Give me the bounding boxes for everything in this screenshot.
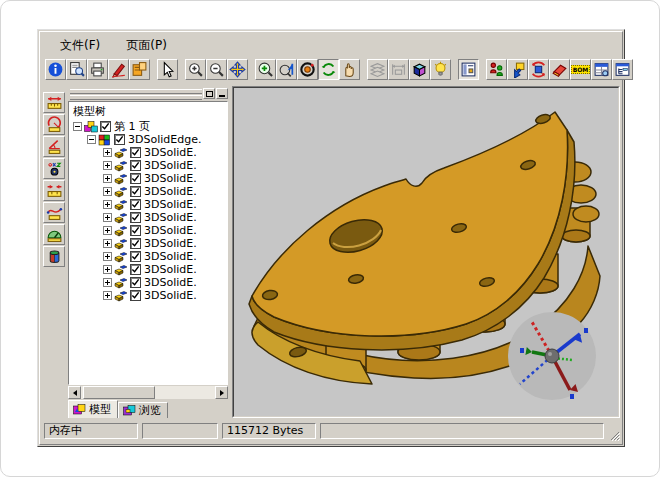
part-checkbox[interactable] (130, 277, 141, 288)
part-node-label[interactable]: 3DSolidE. (144, 237, 197, 250)
collapse-icon[interactable] (87, 135, 96, 144)
part-checkbox[interactable] (130, 212, 141, 223)
panel-hide-button[interactable] (216, 88, 228, 99)
measure-distance-button[interactable] (43, 92, 65, 113)
menu-file[interactable]: 文件(F) (54, 36, 106, 55)
pan-hand-button[interactable] (339, 59, 360, 80)
part-checkbox[interactable] (130, 147, 141, 158)
tree-row-part[interactable]: 3DSolidE. (69, 172, 227, 185)
tree-row-part[interactable]: 3DSolidE. (69, 185, 227, 198)
export-page-button[interactable] (129, 59, 150, 80)
assembly-checkbox[interactable] (114, 134, 125, 145)
expand-icon[interactable] (103, 148, 112, 157)
orbit-button[interactable] (297, 59, 318, 80)
part-node-label[interactable]: 3DSolidE. (144, 263, 197, 276)
part-node-label[interactable]: 3DSolidE. (144, 198, 197, 211)
part-node-label[interactable]: 3DSolidE. (144, 185, 197, 198)
collapse-icon[interactable] (73, 122, 82, 131)
part-node-label[interactable]: 3DSolidE. (144, 159, 197, 172)
measure-coordinate-button[interactable] (43, 158, 65, 179)
measure-curve-length-button[interactable] (43, 202, 65, 223)
expand-icon[interactable] (103, 265, 112, 274)
tree-row-part[interactable]: 3DSolidE. (69, 289, 227, 302)
part-checkbox[interactable] (130, 290, 141, 301)
measure-min-distance-button[interactable] (43, 180, 65, 201)
tree-row-part[interactable]: 3DSolidE. (69, 198, 227, 211)
part-node-label[interactable]: 3DSolidE. (144, 289, 197, 302)
print-button[interactable] (87, 59, 108, 80)
assembly-button[interactable] (486, 59, 507, 80)
lighting-button[interactable] (430, 59, 451, 80)
part-list-button[interactable] (591, 59, 612, 80)
tab-model[interactable]: 模型 (68, 400, 118, 418)
tab-browse[interactable]: 浏览 (118, 402, 168, 418)
expand-icon[interactable] (103, 239, 112, 248)
page-node-label[interactable]: 第 1 页 (114, 120, 150, 133)
tree-row-part[interactable]: 3DSolidE. (69, 237, 227, 250)
expand-icon[interactable] (103, 187, 112, 196)
select-cursor-button[interactable] (157, 59, 178, 80)
update-view-button[interactable] (528, 59, 549, 80)
bom-table-button[interactable]: BOM (570, 59, 591, 80)
tree-row-part[interactable]: 3DSolidE. (69, 250, 227, 263)
tree-row-part[interactable]: 3DSolidE. (69, 263, 227, 276)
page-checkbox[interactable] (100, 121, 111, 132)
measure-area-button[interactable] (43, 224, 65, 245)
part-node-label[interactable]: 3DSolidE. (144, 250, 197, 263)
scroll-right-button[interactable] (215, 386, 228, 399)
viewport-3d[interactable] (233, 87, 619, 417)
zoom-in-button[interactable] (185, 59, 206, 80)
panel-gripper[interactable] (68, 88, 228, 100)
expand-icon[interactable] (103, 200, 112, 209)
part-node-label[interactable]: 3DSolidE. (144, 276, 197, 289)
expand-icon[interactable] (103, 226, 112, 235)
pan-button[interactable] (227, 59, 248, 80)
layers-button[interactable] (367, 59, 388, 80)
move-part-button[interactable] (507, 59, 528, 80)
part-checkbox[interactable] (130, 173, 141, 184)
part-checkbox[interactable] (130, 186, 141, 197)
menu-page[interactable]: 页面(P) (120, 36, 173, 55)
expand-icon[interactable] (103, 291, 112, 300)
tree-row-part[interactable]: 3DSolidE. (69, 159, 227, 172)
panel-float-button[interactable] (203, 88, 215, 99)
part-checkbox[interactable] (130, 251, 141, 262)
measure-radius-button[interactable] (43, 114, 65, 135)
resize-grip[interactable] (608, 427, 620, 441)
part-checkbox[interactable] (130, 264, 141, 275)
scrollbar-thumb[interactable] (83, 386, 155, 399)
tree-row-part[interactable]: 3DSolidE. (69, 146, 227, 159)
assembly-node-label[interactable]: 3DSolidEdge. (128, 133, 201, 146)
tree-horizontal-scrollbar[interactable] (68, 386, 228, 399)
part-node-label[interactable]: 3DSolidE. (144, 211, 197, 224)
expand-icon[interactable] (103, 278, 112, 287)
markup-pen-button[interactable] (108, 59, 129, 80)
tree-row-part[interactable]: 3DSolidE. (69, 276, 227, 289)
print-preview-button[interactable] (66, 59, 87, 80)
part-node-label[interactable]: 3DSolidE. (144, 224, 197, 237)
info-button[interactable] (45, 59, 66, 80)
tree-row-part[interactable]: 3DSolidE. (69, 224, 227, 237)
tree-row-part[interactable]: 3DSolidE. (69, 211, 227, 224)
pmi-button[interactable] (388, 59, 409, 80)
erase-markup-button[interactable] (549, 59, 570, 80)
expand-icon[interactable] (103, 174, 112, 183)
view-cube-button[interactable] (409, 59, 430, 80)
expand-icon[interactable] (103, 161, 112, 170)
zoom-dynamic-button[interactable] (276, 59, 297, 80)
zoom-out-button[interactable] (206, 59, 227, 80)
part-checkbox[interactable] (130, 238, 141, 249)
structure-tree-button[interactable] (612, 59, 633, 80)
zoom-window-button[interactable] (255, 59, 276, 80)
spin-refresh-button[interactable] (318, 59, 339, 80)
measure-angle-button[interactable] (43, 136, 65, 157)
tree-row-page[interactable]: 第 1 页 (69, 120, 227, 133)
part-checkbox[interactable] (130, 199, 141, 210)
expand-icon[interactable] (103, 213, 112, 222)
part-checkbox[interactable] (130, 160, 141, 171)
tree-row-assembly[interactable]: 3DSolidEdge. (69, 133, 227, 146)
scroll-left-button[interactable] (68, 386, 81, 399)
part-checkbox[interactable] (130, 225, 141, 236)
part-node-label[interactable]: 3DSolidE. (144, 146, 197, 159)
page-view-button[interactable] (458, 59, 479, 80)
